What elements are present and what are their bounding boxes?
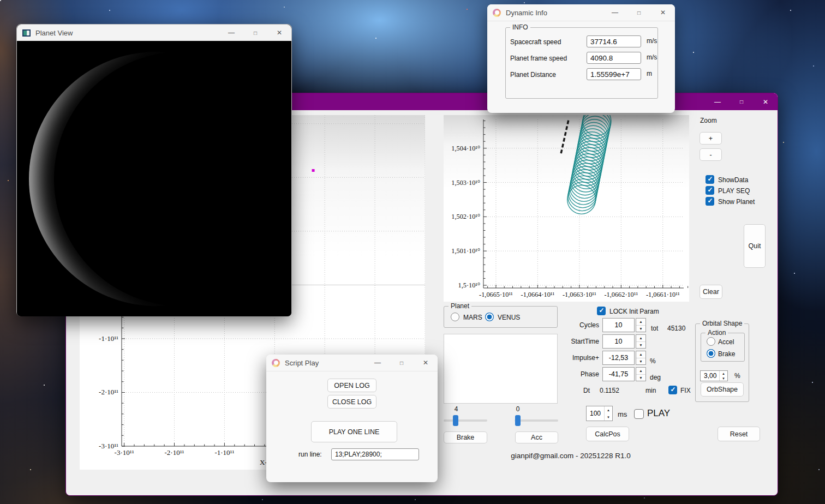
calcpos-button[interactable]: CalcPos [586, 427, 629, 441]
svg-text:-1,0664·10¹¹: -1,0664·10¹¹ [521, 291, 555, 298]
minimize-icon[interactable]: — [366, 355, 390, 371]
minimize-icon[interactable]: — [603, 4, 627, 21]
phase-down-icon[interactable]: ▼ [636, 375, 645, 381]
svg-text:-2·10¹¹: -2·10¹¹ [165, 448, 184, 457]
tot-value: 45130 [667, 325, 685, 332]
showplanet-checkbox[interactable] [706, 197, 714, 206]
planet-frame-speed-field[interactable] [587, 52, 641, 64]
footer-credit: gianpif@gmail.com - 20251228 R1.0 [489, 452, 653, 460]
close-icon[interactable]: ✕ [414, 355, 438, 371]
brake-button[interactable]: Brake [444, 431, 487, 443]
minimize-icon[interactable]: — [706, 93, 730, 110]
planet-view-app-icon [22, 29, 31, 37]
brake-slider[interactable] [444, 419, 487, 422]
svg-text:-3·10¹¹: -3·10¹¹ [99, 442, 118, 450]
svg-text:-1·10¹¹: -1·10¹¹ [214, 448, 234, 457]
acc-slider-value: 0 [512, 405, 523, 413]
acc-slider-handle[interactable] [515, 415, 521, 426]
zoom-out-button[interactable]: - [700, 148, 722, 161]
info-group: INFO Spacecraft speed m/s Planet frame s… [505, 27, 658, 99]
venus-radio[interactable] [485, 313, 494, 321]
script-play-titlebar[interactable]: Script Play — □ ✕ [266, 355, 438, 371]
spacecraft-speed-field[interactable] [587, 35, 641, 47]
interval-up-icon[interactable]: ▲ [605, 406, 612, 413]
dynamic-info-title: Dynamic Info [506, 9, 547, 17]
play-label: PLAY [647, 408, 670, 419]
svg-text:-1·10¹¹: -1·10¹¹ [99, 334, 118, 343]
orbshape-button[interactable]: OrbShape [701, 382, 744, 397]
percent-spinbox[interactable]: 3,00 ▲▼ [700, 370, 728, 381]
trajectory-plot: -1,0665·10¹¹-1,0664·10¹¹-1,0663·10¹¹-1,0… [444, 115, 689, 302]
impulse-input[interactable]: -12,53 [602, 351, 635, 365]
impulse-row: Impulse+ -12,53 ▲▼ [571, 351, 691, 365]
showdata-checkbox[interactable] [706, 175, 714, 184]
maximize-icon[interactable]: □ [243, 25, 267, 41]
svg-text:1,503·10¹⁰: 1,503·10¹⁰ [451, 179, 480, 187]
close-icon[interactable]: ✕ [267, 25, 291, 41]
maximize-icon[interactable]: □ [390, 355, 414, 371]
quit-button[interactable]: Quit [744, 224, 766, 268]
acc-button[interactable]: Acc [515, 431, 558, 443]
acc-slider[interactable] [515, 419, 558, 422]
starttime-down-icon[interactable]: ▼ [636, 342, 645, 349]
brake-radio[interactable] [707, 349, 715, 358]
close-log-button[interactable]: CLOSE LOG [327, 395, 376, 409]
minimize-icon[interactable]: — [219, 25, 243, 41]
dynamic-info-titlebar[interactable]: Dynamic Info — □ ✕ [487, 4, 675, 21]
brake-slider-handle[interactable] [453, 415, 458, 426]
dynamic-info-app-icon [493, 9, 501, 17]
showdata-label: ShowData [718, 176, 748, 184]
close-icon[interactable]: ✕ [651, 4, 675, 21]
dt-label: Dt [583, 387, 590, 394]
maximize-icon[interactable]: □ [730, 93, 754, 110]
play-checkbox[interactable] [634, 409, 644, 419]
starttime-label: StartTime [533, 338, 599, 345]
playseq-checkbox[interactable] [706, 186, 714, 195]
mars-radio[interactable] [451, 313, 459, 321]
cycles-input[interactable]: 10 [602, 318, 635, 332]
fix-label: FIX [680, 387, 691, 394]
script-play-title: Script Play [285, 359, 319, 367]
action-label: Action [706, 329, 728, 337]
starttime-input[interactable]: 10 [602, 334, 635, 349]
accel-radio[interactable] [707, 337, 715, 346]
phase-input[interactable]: -41,75 [602, 367, 635, 381]
percent-down-icon[interactable]: ▼ [720, 376, 727, 381]
lock-init-checkbox[interactable] [597, 307, 606, 315]
impulse-down-icon[interactable]: ▼ [636, 358, 645, 365]
clear-button[interactable]: Clear [700, 285, 722, 299]
planet-frame-speed-unit: m/s [647, 53, 657, 61]
impulse-up-icon[interactable]: ▲ [636, 351, 645, 358]
desktop: — □ ✕ -3·10¹¹-2·10¹¹-1·10¹¹-3·10¹¹-2·10¹… [0, 0, 825, 504]
tot-label: tot [651, 325, 658, 332]
action-group: Action Accel Brake [701, 333, 745, 362]
percent-up-icon[interactable]: ▲ [720, 371, 727, 376]
mars-label: MARS [463, 314, 482, 321]
starttime-up-icon[interactable]: ▲ [636, 335, 645, 342]
svg-text:-1,0662·10¹¹: -1,0662·10¹¹ [604, 291, 638, 298]
play-one-line-button[interactable]: PLAY ONE LINE [311, 421, 397, 442]
planet-distance-field[interactable] [587, 68, 641, 80]
planet-distance-label: Planet Distance [510, 71, 556, 79]
svg-text:-1,0663·10¹¹: -1,0663·10¹¹ [563, 291, 596, 298]
fix-checkbox[interactable] [668, 386, 677, 394]
playseq-label: PLAY SEQ [718, 187, 750, 195]
interval-spinbox[interactable]: 100 ▲▼ [586, 406, 613, 421]
planet-view-titlebar[interactable]: Planet View — □ ✕ [17, 25, 291, 41]
close-icon[interactable]: ✕ [754, 93, 778, 110]
percent-unit: % [734, 372, 740, 380]
run-line-input[interactable] [331, 448, 419, 460]
impulse-label: Impulse+ [533, 354, 599, 362]
cycles-down-icon[interactable]: ▼ [636, 326, 645, 332]
interval-down-icon[interactable]: ▼ [605, 413, 612, 421]
phase-up-icon[interactable]: ▲ [636, 368, 645, 375]
ms-label: ms [618, 410, 627, 418]
open-log-button[interactable]: OPEN LOG [327, 379, 376, 392]
maximize-icon[interactable]: □ [627, 4, 651, 21]
brake-slider-value: 4 [451, 405, 462, 413]
planet-distance-unit: m [647, 70, 652, 77]
zoom-in-button[interactable]: + [700, 132, 722, 145]
cycles-up-icon[interactable]: ▲ [636, 319, 645, 326]
reset-button[interactable]: Reset [718, 427, 760, 441]
venus-label: VENUS [498, 314, 520, 321]
